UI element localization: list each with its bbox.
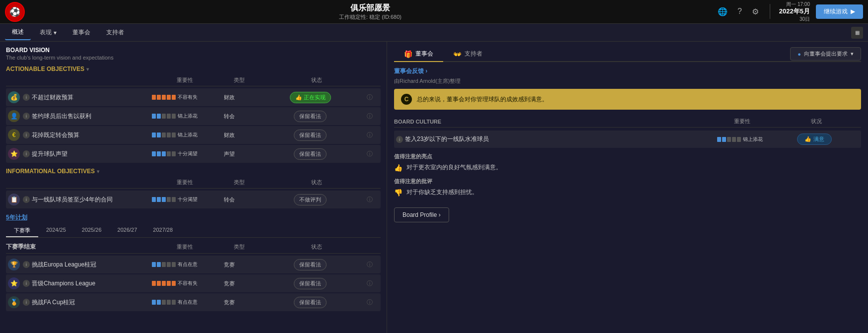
obj-arrow: ⓘ [367, 93, 379, 102]
importance-bar-4 [167, 197, 171, 202]
importance-bar-2 [157, 197, 161, 202]
informational-header: 重要性 类型 状态 [6, 177, 381, 189]
obj-arrow: ⓘ [367, 150, 379, 158]
highlight-text-1: 对于更衣室内的良好气氛感到满意。 [406, 163, 502, 172]
info-icon[interactable]: i [23, 299, 30, 306]
actionable-objectives-list: 💰 i 不超过财政预算 不容有失 财政 👍 正在实现 ⓘ 👤 i 签约球员后出售… [6, 88, 381, 163]
obj-icon: 🏆 [8, 259, 20, 270]
bar-2 [722, 137, 726, 142]
info-icon[interactable]: i [23, 280, 30, 287]
bc-status-badge: 👍 满意 [797, 133, 832, 145]
tab-supporters[interactable]: 👐 支持者 [443, 47, 492, 62]
top-bar-right: 🌐 ? ⚙ 周一 17:00 2022年5月 30日 继续游戏 ▶ [716, 1, 863, 22]
bc-info-icon[interactable]: i [396, 136, 403, 143]
right-tabs: 🎁 董事会 👐 支持者 ● 向董事会提出要求 ▾ [394, 47, 861, 62]
obj-status: 不做评判 [254, 194, 367, 205]
importance-bar-3 [162, 133, 166, 137]
importance-bar-1 [152, 95, 156, 100]
status-badge: 保留看法 [294, 297, 327, 308]
season-col-status: 状态 [264, 243, 369, 251]
importance-bar-5 [172, 95, 176, 100]
obj-type: 竞赛 [204, 299, 254, 306]
nav-supporters[interactable]: 支持者 [99, 25, 131, 40]
importance-bar-5 [172, 300, 176, 305]
board-culture-header: BOARD CULTURE 重要性 状况 [394, 116, 861, 128]
plan-tab-2425[interactable]: 2024/25 [38, 225, 74, 237]
bar-3 [727, 137, 731, 142]
table-row[interactable]: 📋 i 与一线队球员签至少4年的合同 十分渴望 转会 不做评判 ⓘ [6, 191, 381, 208]
red-thumb-icon: 👎 [394, 189, 402, 197]
tab-board[interactable]: 🎁 董事会 [394, 47, 443, 62]
table-row[interactable]: ⭐ i 晋级Champions League 不容有失 竞赛 保留看法 ⓘ [6, 274, 381, 292]
settings-button[interactable]: ⚙ [750, 5, 761, 18]
nav-overview[interactable]: 概述 [5, 25, 31, 40]
importance-bar-4 [167, 95, 171, 100]
info-circle-icon[interactable]: ⓘ [367, 261, 373, 268]
status-badge: 保留看法 [294, 111, 327, 122]
board-feedback-title[interactable]: 董事会反馈 › [394, 67, 861, 75]
plan-tab-2627[interactable]: 2026/27 [110, 225, 145, 237]
bc-item-name: 签入23岁以下的一线队水准球员 [405, 135, 710, 143]
table-row[interactable]: 💰 i 不超过财政预算 不容有失 财政 👍 正在实现 ⓘ [6, 88, 381, 106]
importance-bar-5 [172, 197, 176, 202]
plan-tab-2526[interactable]: 2025/26 [74, 225, 110, 237]
divider [770, 4, 770, 19]
bc-importance-bars [717, 137, 741, 142]
informational-objectives-title: INFORMATIONAL OBJECTIVES ▾ [6, 168, 381, 175]
help-button[interactable]: ? [735, 5, 744, 18]
plan-tab-2728[interactable]: 2027/28 [145, 225, 181, 237]
request-button[interactable]: ● 向董事会提出要求 ▾ [790, 47, 861, 61]
nav-performance[interactable]: 表现 ▾ [33, 25, 64, 40]
obj-icon: 🏅 [8, 296, 20, 308]
date-block: 周一 17:00 2022年5月 30日 [779, 1, 810, 22]
obj-name: 签约球员后出售以获利 [32, 112, 145, 121]
importance-bar-4 [167, 300, 171, 305]
bc-importance-text: 锦上添花 [743, 136, 763, 143]
table-row[interactable]: 🏆 i 挑战Europa League桂冠 有点在意 竞赛 保留看法 ⓘ [6, 256, 381, 273]
importance-bar-4 [167, 262, 171, 267]
obj-type: 竞赛 [204, 261, 254, 268]
table-row[interactable]: 👤 i 签约球员后出售以获利 锦上添花 转会 保留看法 ⓘ [6, 107, 381, 125]
table-row[interactable]: 🏅 i 挑战FA Cup桂冠 有点在意 竞赛 保留看法 ⓘ [6, 293, 381, 311]
table-row[interactable]: ⭐ i 提升球队声望 十分渴望 声望 保留看法 ⓘ [6, 145, 381, 163]
info-icon[interactable]: i [23, 261, 30, 268]
obj-arrow: ⓘ [367, 112, 379, 121]
board-vision-title: BOARD VISION [6, 47, 381, 54]
importance-bar-1 [152, 133, 156, 137]
plan-5yr-title[interactable]: 5年计划 [6, 213, 381, 222]
info-circle-icon[interactable]: ⓘ [367, 113, 373, 120]
info-icon[interactable]: i [23, 150, 30, 157]
board-profile-button[interactable]: Board Profile › [394, 207, 449, 222]
obj-type: 竞赛 [204, 280, 254, 287]
main-content: BOARD VISION The club's long-term vision… [0, 42, 868, 333]
info-icon[interactable]: i [23, 94, 30, 101]
info-circle-icon[interactable]: ⓘ [367, 280, 373, 287]
obj-importance: 十分渴望 [145, 196, 204, 203]
grid-icon[interactable]: ▦ [851, 27, 863, 39]
info-circle-icon[interactable]: ⓘ [367, 150, 373, 157]
info-circle-icon[interactable]: ⓘ [367, 94, 373, 101]
globe-button[interactable]: 🌐 [716, 5, 730, 18]
board-tab-label: 董事会 [415, 50, 433, 58]
info-icon[interactable]: i [23, 196, 30, 203]
obj-arrow: ⓘ [367, 261, 379, 269]
obj-status: 保留看法 [254, 111, 367, 122]
obj-status: 保留看法 [254, 278, 367, 289]
importance-bar-1 [152, 151, 156, 156]
info-circle-icon[interactable]: ⓘ [367, 132, 373, 138]
importance-bar-3 [162, 95, 166, 100]
info-circle-icon[interactable]: ⓘ [367, 196, 373, 203]
obj-status: 保留看法 [254, 259, 367, 270]
supporters-tab-icon: 👐 [453, 50, 462, 58]
info-circle-icon[interactable]: ⓘ [367, 299, 373, 306]
obj-name: 不超过财政预算 [32, 93, 145, 102]
plan-tab-current[interactable]: 下赛季 [6, 225, 38, 237]
nav-board[interactable]: 董事会 [66, 25, 97, 40]
season-obj-col-label: 下赛季结束 [6, 243, 155, 251]
info-icon[interactable]: i [23, 132, 30, 138]
continue-button[interactable]: 继续游戏 ▶ [816, 4, 863, 19]
obj-icon: 👤 [8, 110, 20, 122]
obj-status: 👍 正在实现 [254, 92, 367, 103]
info-icon[interactable]: i [23, 113, 30, 120]
table-row[interactable]: € i 花掉既定转会预算 锦上添花 财政 保留看法 ⓘ [6, 126, 381, 144]
